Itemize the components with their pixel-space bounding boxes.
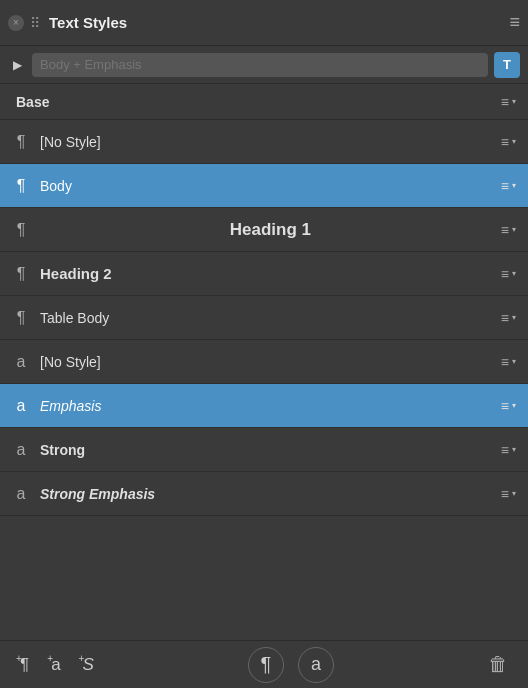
add-para-superscript: + [16, 653, 22, 664]
style-type-toggles: ¶ a [248, 647, 334, 683]
trash-icon: 🗑 [488, 653, 508, 675]
styles-list: ¶[No Style]≡▾¶Body≡▾¶Heading 1≡▾¶Heading… [0, 120, 528, 516]
add-style-tools: + ¶ + a + S [20, 655, 94, 675]
base-menu-chevron: ▾ [512, 97, 516, 106]
drag-handle-icon: ⠿ [30, 15, 39, 31]
style-name-strong-emphasis: Strong Emphasis [40, 486, 501, 502]
para-toggle-icon: ¶ [261, 653, 272, 676]
panel-title: Text Styles [49, 14, 127, 31]
close-button[interactable]: × [8, 15, 24, 31]
style-icon-strong-emphasis: a [10, 485, 32, 503]
style-icon-heading1: ¶ [10, 221, 32, 239]
style-icon-strong: a [10, 441, 32, 459]
style-name-emphasis: Emphasis [40, 398, 501, 414]
style-icon-no-style-char: a [10, 353, 32, 371]
row-menu-chevron: ▾ [512, 313, 516, 322]
style-name-body: Body [40, 178, 501, 194]
row-menu-chevron: ▾ [512, 181, 516, 190]
title-bar-left: × ⠿ Text Styles [8, 14, 127, 31]
style-row-table-body[interactable]: ¶Table Body≡▾ [0, 296, 528, 340]
base-menu-icon: ≡ [501, 94, 509, 110]
row-menu-chevron: ▾ [512, 137, 516, 146]
style-row-menu-strong[interactable]: ≡▾ [501, 442, 516, 458]
title-bar: × ⠿ Text Styles ≡ [0, 0, 528, 46]
style-row-strong-emphasis[interactable]: aStrong Emphasis≡▾ [0, 472, 528, 516]
char-toggle-icon: a [311, 654, 321, 675]
style-row-strong[interactable]: aStrong≡▾ [0, 428, 528, 472]
row-menu-chevron: ▾ [512, 489, 516, 498]
style-row-menu-no-style-char[interactable]: ≡▾ [501, 354, 516, 370]
style-row-menu-body[interactable]: ≡▾ [501, 178, 516, 194]
style-name-heading1: Heading 1 [40, 220, 501, 240]
hamburger-icon: ≡ [509, 12, 520, 32]
style-row-menu-no-style-para[interactable]: ≡▾ [501, 134, 516, 150]
base-section-menu-button[interactable]: ≡▾ [501, 94, 516, 110]
add-paragraph-style-button[interactable]: + ¶ [20, 655, 29, 675]
style-row-body[interactable]: ¶Body≡▾ [0, 164, 528, 208]
character-style-toggle[interactable]: a [298, 647, 334, 683]
style-name-no-style-char: [No Style] [40, 354, 501, 370]
style-icon-heading2: ¶ [10, 265, 32, 283]
row-menu-chevron: ▾ [512, 401, 516, 410]
style-row-heading2[interactable]: ¶Heading 2≡▾ [0, 252, 528, 296]
delete-style-button[interactable]: 🗑 [488, 653, 508, 676]
search-input[interactable] [32, 53, 488, 77]
style-row-no-style-para[interactable]: ¶[No Style]≡▾ [0, 120, 528, 164]
title-bar-menu-button[interactable]: ≡ [509, 12, 520, 33]
style-row-emphasis[interactable]: aEmphasis≡▾ [0, 384, 528, 428]
style-icon-no-style-para: ¶ [10, 133, 32, 151]
style-name-table-body: Table Body [40, 310, 501, 326]
row-menu-chevron: ▾ [512, 269, 516, 278]
style-icon-body: ¶ [10, 177, 32, 195]
add-s-superscript: + [79, 653, 85, 664]
style-row-menu-emphasis[interactable]: ≡▾ [501, 398, 516, 414]
style-row-menu-table-body[interactable]: ≡▾ [501, 310, 516, 326]
row-menu-chevron: ▾ [512, 225, 516, 234]
style-row-heading1[interactable]: ¶Heading 1≡▾ [0, 208, 528, 252]
style-icon-table-body: ¶ [10, 309, 32, 327]
add-char-superscript: + [47, 653, 53, 664]
add-s-style-button[interactable]: + S [83, 655, 94, 675]
style-icon-emphasis: a [10, 397, 32, 415]
search-row: ▶ T [0, 46, 528, 84]
base-section-label: Base [16, 94, 49, 110]
style-row-menu-strong-emphasis[interactable]: ≡▾ [501, 486, 516, 502]
paragraph-style-toggle[interactable]: ¶ [248, 647, 284, 683]
row-menu-chevron: ▾ [512, 445, 516, 454]
type-icon-button[interactable]: T [494, 52, 520, 78]
style-name-no-style-para: [No Style] [40, 134, 501, 150]
style-name-heading2: Heading 2 [40, 265, 501, 282]
base-section-header: Base ≡▾ [0, 84, 528, 120]
type-icon-label: T [503, 57, 511, 72]
style-row-no-style-char[interactable]: a[No Style]≡▾ [0, 340, 528, 384]
style-row-menu-heading1[interactable]: ≡▾ [501, 222, 516, 238]
bottom-toolbar: + ¶ + a + S ¶ a 🗑 [0, 640, 528, 688]
row-menu-chevron: ▾ [512, 357, 516, 366]
style-name-strong: Strong [40, 442, 501, 458]
play-button[interactable]: ▶ [8, 58, 26, 72]
add-character-style-button[interactable]: + a [51, 655, 60, 675]
style-row-menu-heading2[interactable]: ≡▾ [501, 266, 516, 282]
